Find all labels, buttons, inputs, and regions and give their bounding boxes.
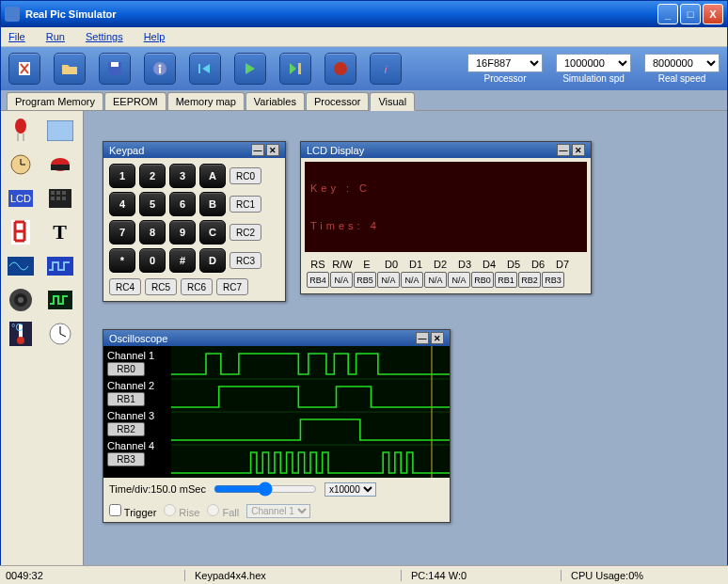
keypad-key[interactable]: 2: [139, 164, 166, 188]
about-button[interactable]: i: [370, 53, 402, 85]
scope-channel-label: Channel 4: [107, 440, 167, 451]
menu-help[interactable]: Help: [144, 31, 166, 42]
new-button[interactable]: [8, 53, 40, 85]
scope-channel-button[interactable]: RB0: [107, 362, 145, 376]
scope-min-button[interactable]: —: [416, 332, 429, 344]
lcd-pin-button[interactable]: RB5: [354, 272, 376, 288]
lcd-panel[interactable]: LCD Display — ✕ Key : C Times: 4 RSR/WED…: [300, 141, 592, 294]
scope-channel-label: Channel 1: [107, 350, 167, 361]
lcd-pin-button[interactable]: RB2: [518, 272, 541, 288]
lcd-pin-button[interactable]: N/A: [330, 272, 353, 288]
processor-select[interactable]: 16F887: [467, 54, 543, 72]
keypad-rc-button[interactable]: RC3: [229, 252, 261, 269]
keypad-key[interactable]: #: [169, 248, 196, 273]
lcd-pin-button[interactable]: RB3: [542, 272, 564, 288]
lcd-pin-button[interactable]: RB4: [307, 272, 329, 288]
lcd-line2: Times: 4: [310, 213, 581, 239]
save-button[interactable]: [99, 53, 131, 85]
simulation-speed-select[interactable]: 1000000: [556, 54, 631, 72]
lcd-pin-button[interactable]: N/A: [401, 272, 423, 288]
lcd-pin-button[interactable]: N/A: [377, 272, 400, 288]
display-component-icon[interactable]: [44, 117, 76, 145]
simulation-speed-label: Simulation spd: [562, 73, 625, 84]
keypad-key[interactable]: D: [199, 248, 226, 273]
keypad-panel[interactable]: Keypad — ✕ 123ARC0456BRC1789CRC2*0#DRC3R…: [103, 141, 286, 302]
keypad-key[interactable]: A: [199, 164, 226, 188]
keypad-min-button[interactable]: —: [251, 144, 264, 156]
button-component-icon[interactable]: [44, 150, 76, 179]
real-speed-select[interactable]: 8000000: [644, 54, 720, 72]
lcd-pin-label: D3: [453, 259, 476, 270]
keypad-key[interactable]: 4: [109, 192, 135, 216]
keypad-rc-button[interactable]: RC5: [145, 278, 177, 295]
scope-mult-select[interactable]: x10000: [324, 482, 376, 497]
pulse-component-icon[interactable]: [44, 252, 76, 280]
keypad-key[interactable]: 7: [109, 220, 135, 245]
keypad-rc-button[interactable]: RC6: [181, 278, 213, 295]
keypad-rc-button[interactable]: RC1: [229, 196, 261, 213]
tab-eeprom[interactable]: EEPROM: [104, 92, 166, 110]
lcd-pin-label: D0: [380, 259, 403, 270]
lcd-min-button[interactable]: —: [557, 144, 570, 156]
keypad-key[interactable]: 3: [169, 164, 196, 188]
keypad-key[interactable]: 5: [139, 192, 166, 216]
tab-visual[interactable]: Visual: [370, 92, 415, 111]
sevenseg-component-icon[interactable]: [5, 218, 37, 246]
menu-settings[interactable]: Settings: [86, 31, 123, 42]
open-button[interactable]: [54, 53, 86, 85]
clock-component-icon[interactable]: [5, 150, 37, 179]
scope-timediv-slider[interactable]: [214, 481, 317, 497]
lcd-component-icon[interactable]: LCD: [5, 184, 37, 213]
tab-program-memory[interactable]: Program Memory: [7, 92, 103, 110]
scope-channel-button[interactable]: RB3: [107, 452, 145, 466]
lcd-pin-button[interactable]: RB1: [495, 272, 517, 288]
lcd-close-button[interactable]: ✕: [572, 144, 585, 156]
text-component-icon[interactable]: T: [44, 218, 76, 246]
tab-memory-map[interactable]: Memory map: [167, 92, 245, 110]
keypad-rc-button[interactable]: RC2: [229, 224, 261, 241]
lcd-pin-button[interactable]: N/A: [424, 272, 447, 288]
play-button[interactable]: [234, 53, 266, 85]
info-button[interactable]: [144, 53, 176, 85]
scope-channel-button[interactable]: RB2: [107, 422, 145, 436]
lcd-pin-label: D1: [404, 259, 427, 270]
maximize-button[interactable]: □: [680, 4, 701, 24]
led-component-icon[interactable]: [5, 117, 37, 145]
lcd-pin-button[interactable]: N/A: [448, 272, 470, 288]
close-button[interactable]: X: [703, 4, 723, 24]
svg-rect-7: [298, 63, 301, 74]
keypad-rc-button[interactable]: RC4: [109, 278, 141, 295]
keypad-key[interactable]: B: [199, 192, 226, 216]
keypad-key[interactable]: *: [109, 248, 135, 273]
menu-run[interactable]: Run: [46, 31, 65, 42]
keypad-key[interactable]: 6: [169, 192, 196, 216]
keypad-key[interactable]: 9: [169, 220, 196, 245]
keypad-key[interactable]: 1: [109, 164, 135, 188]
thermo-component-icon[interactable]: °C: [5, 320, 37, 348]
scope-close-button[interactable]: ✕: [431, 332, 444, 344]
timer-component-icon[interactable]: [44, 320, 76, 348]
step-button[interactable]: [279, 53, 311, 85]
oscilloscope-panel[interactable]: Oscilloscope — ✕ Channel 1RB0Channel 2RB…: [103, 329, 451, 523]
keypad-key[interactable]: 0: [139, 248, 166, 273]
status-time: 0049:32: [6, 570, 184, 581]
speaker-component-icon[interactable]: [5, 286, 37, 314]
scope-trigger-checkbox[interactable]: [109, 504, 121, 516]
tab-processor[interactable]: Processor: [306, 92, 370, 110]
keypad-rc-button[interactable]: RC0: [229, 167, 261, 184]
scope-component-icon[interactable]: [5, 252, 37, 280]
keypad-component-icon[interactable]: [44, 184, 76, 213]
keypad-key[interactable]: C: [199, 220, 226, 245]
scope-channel-button[interactable]: RB1: [107, 392, 145, 406]
stop-button[interactable]: [324, 53, 356, 85]
rewind-button[interactable]: [189, 53, 221, 85]
lcd-pin-button[interactable]: RB0: [471, 272, 494, 288]
menu-file[interactable]: File: [8, 31, 25, 42]
minimize-button[interactable]: _: [657, 4, 678, 24]
keypad-rc-button[interactable]: RC7: [216, 278, 248, 295]
wave-component-icon[interactable]: [44, 286, 76, 314]
tab-variables[interactable]: Variables: [245, 92, 305, 110]
svg-rect-29: [8, 257, 34, 276]
keypad-key[interactable]: 8: [139, 220, 166, 245]
keypad-close-button[interactable]: ✕: [266, 144, 279, 156]
